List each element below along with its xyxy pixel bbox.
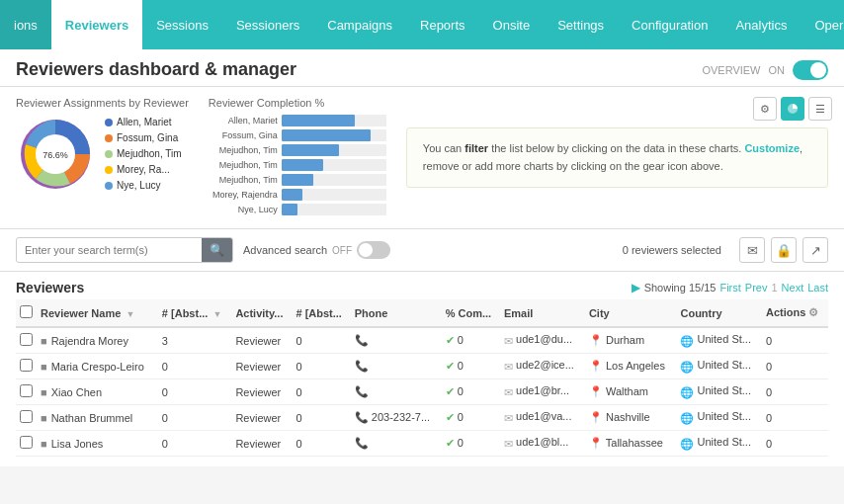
location-icon: 📍 [589,360,603,372]
last-page[interactable]: Last [807,282,828,294]
row-abst1: 0 [158,354,232,379]
row-phone: 📞 [351,354,442,379]
row-checkbox-cell[interactable] [16,405,37,431]
row-email: ✉ ude1@br... [500,379,585,405]
table-body: ■ Rajendra Morey 3 Reviewer 0 📞 ✔ 0 ✉ ud… [16,327,828,457]
user-icon: ■ [41,361,47,373]
row-actions: 0 [762,405,828,431]
nav-item-sessions[interactable]: Sessions [142,0,222,49]
advanced-search-toggle[interactable] [357,241,390,259]
overview-toggle-switch[interactable] [793,60,828,80]
row-checkbox-cell[interactable] [16,379,37,405]
row-actions: 0 [762,354,828,379]
row-activity: Reviewer [231,354,292,379]
row-abst2: 0 [292,379,350,405]
bar-row-1: Allen, Mariet [209,115,386,126]
nav-item-onsite[interactable]: Onsite [479,0,545,49]
chart-ctrl-list[interactable]: ☰ [808,97,832,121]
row-checkbox-2[interactable] [20,384,33,397]
pie-icon [787,103,799,115]
nav-item-campaigns[interactable]: Campaigns [313,0,406,49]
next-page[interactable]: Next [782,282,804,294]
row-checkbox-0[interactable] [20,333,33,346]
nav-item-operation[interactable]: Operation [801,0,844,49]
check-icon: ✔ [446,437,455,449]
customize-link[interactable]: Customize [744,142,800,154]
row-city: 📍 Los Angeles [585,354,677,379]
table-header: Reviewer Name ▼ # [Abst... ▼ Activity...… [16,299,828,327]
nav-item-ions[interactable]: ions [0,0,51,49]
row-checkbox-cell[interactable] [16,327,37,354]
row-email: ✉ ude1@bl... [500,431,585,457]
nav-item-settings[interactable]: Settings [544,0,618,49]
search-bar: 🔍 Advanced search OFF 0 reviewers select… [0,229,844,272]
chart-controls: ⚙ ☰ [753,97,832,121]
reviewers-table: Reviewer Name ▼ # [Abst... ▼ Activity...… [16,299,828,457]
col-abst1[interactable]: # [Abst... ▼ [158,299,232,327]
export-action-icon[interactable]: ↗ [802,237,828,263]
nav-item-reviewers[interactable]: Reviewers [51,0,142,49]
nav-item-reports[interactable]: Reports [406,0,479,49]
select-all-checkbox[interactable] [20,305,33,318]
nav-item-configuration[interactable]: Configuration [618,0,721,49]
email-action-icon[interactable]: ✉ [739,237,765,263]
row-abst2: 0 [292,405,350,431]
bar-chart-block: Reviewer Completion % Allen, Mariet Foss… [209,97,386,218]
pie-center-label: 76.6% [42,150,68,160]
col-abst2[interactable]: # [Abst... [292,299,350,327]
row-city: 📍 Durham [585,327,677,354]
row-checkbox-cell[interactable] [16,354,37,379]
row-checkbox-3[interactable] [20,410,33,423]
select-all-header[interactable] [16,299,37,327]
row-phone: 📞 [351,379,442,405]
advanced-search-label: Advanced search [243,244,327,256]
pie-chart-title: Reviewer Assignments by Reviewer [16,97,189,109]
col-reviewer-name[interactable]: Reviewer Name ▼ [37,299,158,327]
page-header: Reviewers dashboard & manager OVERVIEW O… [0,49,844,87]
row-checkbox-4[interactable] [20,436,33,449]
row-email: ✉ ude2@ice... [500,354,585,379]
user-icon: ■ [41,438,47,450]
prev-page[interactable]: Prev [745,282,768,294]
phone-icon: 📞 [355,385,369,397]
search-button[interactable]: 🔍 [202,238,232,262]
charts-section: Reviewer Assignments by Reviewer 76.6% [0,87,844,229]
row-activity: Reviewer [231,379,292,405]
check-icon: ✔ [446,334,455,346]
col-email[interactable]: Email [500,299,585,327]
col-country[interactable]: Country [676,299,762,327]
row-checkbox-cell[interactable] [16,431,37,457]
lock-action-icon[interactable]: 🔒 [771,237,797,263]
email-icon: ✉ [504,361,513,373]
legend-dot-2 [105,134,113,142]
col-completion[interactable]: % Com... [442,299,500,327]
advanced-search-off: OFF [332,245,352,256]
globe-icon: 🌐 [680,386,694,398]
check-icon: ✔ [446,411,455,423]
col-phone[interactable]: Phone [351,299,442,327]
nav-item-analytics[interactable]: Analytics [721,0,801,49]
row-phone: 📞 203-232-7... [351,405,442,431]
row-phone: 📞 [351,327,442,354]
chart-ctrl-gear[interactable]: ⚙ [753,97,777,121]
row-completion: ✔ 0 [442,354,500,379]
user-icon: ■ [41,386,47,398]
row-checkbox-1[interactable] [20,359,33,372]
col-city[interactable]: City [585,299,677,327]
col-actions[interactable]: Actions ⚙ [762,299,828,327]
row-city: 📍 Nashville [585,405,677,431]
search-input[interactable] [17,239,202,261]
chart-ctrl-pie[interactable] [781,97,804,121]
check-icon: ✔ [446,385,455,397]
col-activity[interactable]: Activity... [231,299,292,327]
first-page[interactable]: First [719,282,740,294]
row-country: 🌐 United St... [676,431,762,457]
globe-icon: 🌐 [680,335,694,347]
actions-gear-icon[interactable]: ⚙ [808,306,818,318]
row-name: ■ Maria Crespo-Leiro [37,354,158,379]
nav-item-sessioners[interactable]: Sessioners [222,0,313,49]
user-icon: ■ [41,412,47,424]
row-city: 📍 Tallahassee [585,431,677,457]
pie-container: 76.6% Allen, Mariet Fossum, Gina Mejudho… [16,115,189,194]
row-name: ■ Nathan Brummel [37,405,158,431]
